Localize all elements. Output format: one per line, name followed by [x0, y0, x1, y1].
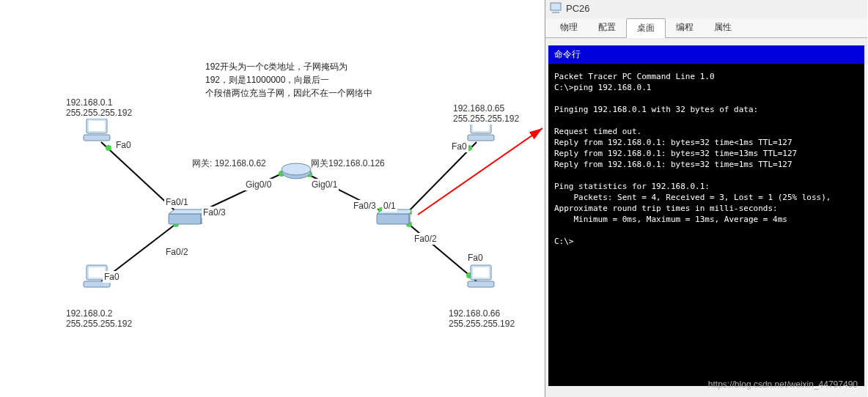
sw-left-fa01: Fa0/1: [164, 196, 190, 208]
svg-point-20: [282, 163, 311, 175]
svg-line-5: [402, 218, 477, 281]
router-port-g00: Gig0/0: [244, 179, 273, 190]
pc-tr-port: Fa0: [450, 141, 468, 152]
svg-rect-38: [468, 281, 494, 287]
svg-rect-39: [551, 3, 561, 10]
switch-left-icon[interactable]: [167, 208, 202, 229]
tab-desktop[interactable]: 桌面: [626, 18, 666, 38]
panel-titlebar: PC26: [545, 0, 867, 18]
pc-bl-mask: 255.255.255.192: [65, 318, 133, 330]
pc-bottom-right-icon[interactable]: [466, 264, 496, 290]
svg-point-6: [106, 145, 111, 151]
svg-rect-35: [468, 135, 494, 141]
svg-rect-29: [84, 135, 110, 141]
tab-attributes[interactable]: 属性: [704, 18, 742, 37]
pc-top-left-icon[interactable]: [82, 117, 111, 144]
svg-rect-40: [552, 12, 559, 13]
tab-programming[interactable]: 编程: [666, 18, 704, 37]
pc-br-port: Fa0: [466, 252, 485, 264]
pc-tl-mask: 255.255.255.192: [65, 107, 133, 119]
sw-left-fa03: Fa0/3: [202, 207, 227, 218]
network-diagram: 192开头为一个c类地址，子网掩码为 192，则是11000000，向最后一 个…: [0, 0, 542, 397]
sw-right-fa01: 0/1: [382, 200, 397, 212]
panel-tabs: 物理 配置 桌面 编程 属性: [545, 18, 867, 38]
svg-line-4: [402, 142, 477, 218]
sw-left-fa02: Fa0/2: [164, 246, 190, 258]
sw-right-fa02: Fa0/2: [413, 233, 438, 245]
svg-rect-21: [169, 214, 201, 224]
pc-config-panel: PC26 物理 配置 桌面 编程 属性 命令行 Packet Tracer PC…: [545, 0, 867, 397]
svg-rect-28: [89, 121, 105, 131]
note-line1: 192开头为一个c类地址，子网掩码为: [205, 60, 372, 73]
terminal-title: 命令行: [548, 45, 864, 64]
pc-tr-mask: 255.255.255.192: [452, 113, 521, 125]
svg-marker-22: [169, 209, 202, 214]
gateway-right-label: 网关192.168.0.126: [309, 157, 386, 169]
subnet-note: 192开头为一个c类地址，子网掩码为 192，则是11000000，向最后一 个…: [205, 60, 372, 100]
gateway-left-label: 网关: 192.168.0.62: [191, 157, 268, 169]
note-line3: 个段借两位充当子网，因此不在一个网络中: [205, 86, 372, 100]
pc-icon: [550, 2, 562, 14]
watermark: https://blog.csdn.net/weixin_44797490: [708, 379, 858, 390]
tab-physical[interactable]: 物理: [550, 18, 588, 37]
sw-right-fa03: Fa0/3: [352, 200, 378, 212]
svg-rect-37: [473, 267, 489, 278]
svg-rect-24: [377, 214, 409, 224]
router-port-g01: Gig0/1: [310, 179, 339, 190]
router-icon[interactable]: [280, 163, 312, 180]
note-line2: 192，则是11000000，向最后一: [205, 73, 372, 86]
pc-tl-port: Fa0: [114, 139, 133, 151]
panel-title: PC26: [566, 3, 590, 14]
pc-bl-port: Fa0: [103, 271, 121, 283]
terminal-output[interactable]: Packet Tracer PC Command Line 1.0 C:\>pi…: [548, 64, 864, 386]
tab-config[interactable]: 配置: [588, 18, 626, 37]
pc-br-mask: 255.255.255.192: [447, 318, 516, 330]
